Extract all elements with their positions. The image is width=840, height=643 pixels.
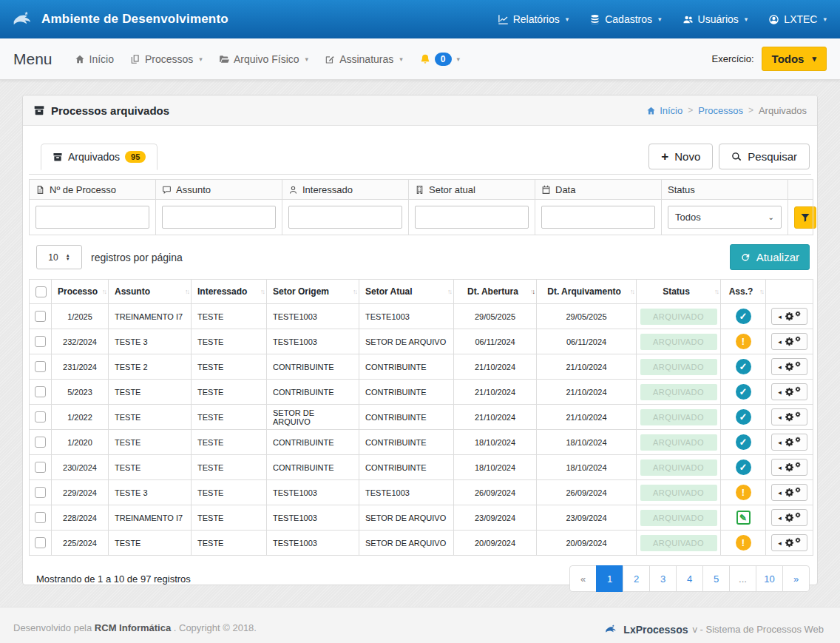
filter-input-assunto[interactable] xyxy=(162,206,276,229)
sort-icon: ↑↓ xyxy=(185,288,189,295)
page-button-«: « xyxy=(569,565,597,592)
page-button-4[interactable]: 4 xyxy=(676,565,703,592)
novo-button[interactable]: + Novo xyxy=(648,144,713,169)
row-actions-button[interactable]: ◂ xyxy=(771,509,807,526)
row-actions-button[interactable]: ◂ xyxy=(771,408,807,425)
column-header-setor-atual[interactable]: Setor Atual↑↓ xyxy=(359,280,454,304)
row-checkbox[interactable] xyxy=(35,311,46,322)
caret-left-icon: ◂ xyxy=(778,363,782,371)
menu-item-processos[interactable]: Processos ▾ xyxy=(130,53,203,65)
page-size-select[interactable]: 10 ▲▼ xyxy=(36,245,82,269)
cell-interessado: TESTE xyxy=(192,455,267,480)
gears-icon xyxy=(785,462,794,472)
menu-item-inicio[interactable]: Início xyxy=(75,53,114,65)
row-checkbox[interactable] xyxy=(35,487,46,498)
folder-open-icon xyxy=(219,54,229,64)
page-button-»[interactable]: » xyxy=(782,565,810,592)
page-button-5[interactable]: 5 xyxy=(702,565,730,592)
filter-input-data[interactable] xyxy=(541,206,655,229)
menu-item-arquivo-fisico[interactable]: Arquivo Físico ▾ xyxy=(219,53,308,65)
navbar-item-cadastros[interactable]: Cadastros ▾ xyxy=(589,13,661,25)
top-navbar: Ambiente de Desenvolvimento Relatórios ▾… xyxy=(0,0,840,38)
row-actions-button[interactable]: ◂ xyxy=(771,434,807,451)
notifications-dropdown[interactable]: 0 ▾ xyxy=(419,53,460,66)
row-actions-button[interactable]: ◂ xyxy=(771,308,807,325)
cell-interessado: TESTE xyxy=(192,430,267,455)
filter-input-processo[interactable] xyxy=(35,206,149,229)
navbar-item-relatorios[interactable]: Relatórios ▾ xyxy=(498,13,569,25)
column-header-dt-arquivamento[interactable]: Dt. Arquivamento↑↓ xyxy=(537,280,637,304)
exercicio-select-button[interactable]: Todos ▾ xyxy=(762,47,827,71)
breadcrumb-inicio[interactable]: Início xyxy=(646,105,682,116)
row-actions-button[interactable]: ◂ xyxy=(771,534,807,551)
plus-icon: + xyxy=(661,152,668,162)
filter-input-setor-atual[interactable] xyxy=(415,206,529,229)
cell-assunto: TREINAMENTO I7 xyxy=(109,304,192,329)
column-header-status[interactable]: Status↑↓ xyxy=(637,280,721,304)
row-checkbox[interactable] xyxy=(35,512,46,523)
row-actions-button[interactable]: ◂ xyxy=(771,459,807,476)
cell-setor-origem: TESTE1003 xyxy=(267,531,359,556)
breadcrumb-separator: > xyxy=(688,105,693,115)
cell-processo: 1/2025 xyxy=(52,304,109,329)
row-actions-button[interactable]: ◂ xyxy=(771,358,807,375)
table-row: 229/2024TESTE 3TESTETESTE1003TESTE100326… xyxy=(30,480,813,505)
row-actions-button[interactable]: ◂ xyxy=(771,383,807,400)
caret-left-icon: ◂ xyxy=(778,338,782,346)
page-button-3[interactable]: 3 xyxy=(649,565,677,592)
navbar-item-usuarios[interactable]: Usuários ▾ xyxy=(682,13,748,25)
cell-dt-abertura: 06/11/2024 xyxy=(454,329,537,354)
table-row: 225/2024TESTETESTETESTE1003SETOR DE ARQU… xyxy=(30,531,813,556)
column-header-assunto[interactable]: Assunto↑↓ xyxy=(109,280,192,304)
cell-setor-atual: CONTRIBUINTE xyxy=(359,380,454,405)
status-badge: ARQUIVADO xyxy=(640,485,717,501)
cell-dt-abertura: 18/10/2024 xyxy=(454,455,537,480)
tab-arquivados[interactable]: Arquivados 95 xyxy=(41,144,158,170)
page-button-1[interactable]: 1 xyxy=(596,565,623,592)
filter-status-select[interactable]: Todos ⌄ xyxy=(668,206,782,229)
page-button-10[interactable]: 10 xyxy=(756,565,783,592)
row-checkbox[interactable] xyxy=(35,361,46,372)
cell-dt-abertura: 26/09/2024 xyxy=(454,480,537,505)
table-row: 1/2022TESTETESTESETOR DE ARQUIVOCONTRIBU… xyxy=(30,405,813,430)
menu-item-assinaturas[interactable]: Assinaturas ▾ xyxy=(325,53,403,65)
row-actions-button[interactable]: ◂ xyxy=(771,484,807,501)
cell-dt-arquivamento: 06/11/2024 xyxy=(537,329,637,354)
pagesize-row: 10 ▲▼ registros por página Atualizar xyxy=(29,235,811,279)
users-icon xyxy=(682,14,694,25)
apply-filter-button[interactable] xyxy=(794,206,816,229)
breadcrumb: Início > Processos > Arquivados xyxy=(646,105,807,116)
select-all-checkbox[interactable] xyxy=(35,286,47,297)
atualizar-button[interactable]: Atualizar xyxy=(730,244,810,270)
pesquisar-button[interactable]: Pesquisar xyxy=(719,144,810,169)
page-button-2[interactable]: 2 xyxy=(623,565,650,592)
filter-input-interessado[interactable] xyxy=(288,206,402,229)
table-footer: Mostrando de 1 a 10 de 97 registros «123… xyxy=(29,556,811,592)
column-header-processo[interactable]: Processo↑↓ xyxy=(52,280,109,304)
column-header-setor-origem[interactable]: Setor Origem↑↓ xyxy=(267,280,359,304)
column-header-dt-abertura[interactable]: Dt. Abertura↑↓ xyxy=(454,280,537,304)
row-checkbox[interactable] xyxy=(35,537,46,548)
cell-processo: 229/2024 xyxy=(52,480,109,505)
tab-label: Arquivados xyxy=(68,151,120,163)
navbar-item-lxtec[interactable]: LXTEC ▾ xyxy=(768,13,827,25)
cell-processo: 5/2023 xyxy=(52,380,109,405)
gears-icon xyxy=(795,537,801,543)
menu-title: Menu xyxy=(13,50,52,68)
home-icon xyxy=(646,106,656,115)
row-checkbox[interactable] xyxy=(35,411,46,423)
breadcrumb-processos[interactable]: Processos xyxy=(698,105,743,116)
cell-setor-atual: CONTRIBUINTE xyxy=(359,455,454,480)
row-actions-button[interactable]: ◂ xyxy=(771,333,807,350)
gears-icon xyxy=(795,311,801,317)
column-header-ass[interactable]: Ass.?↑↓ xyxy=(721,280,766,304)
row-checkbox[interactable] xyxy=(35,386,46,397)
row-checkbox[interactable] xyxy=(35,462,46,473)
column-header-interessado[interactable]: Interessado↑↓ xyxy=(192,280,267,304)
row-checkbox[interactable] xyxy=(35,336,46,347)
cell-dt-arquivamento: 21/10/2024 xyxy=(537,380,637,405)
file-icon xyxy=(35,185,45,195)
row-checkbox[interactable] xyxy=(35,437,46,448)
caret-down-icon: ▾ xyxy=(457,55,461,63)
cell-setor-origem: CONTRIBUINTE xyxy=(267,430,359,455)
